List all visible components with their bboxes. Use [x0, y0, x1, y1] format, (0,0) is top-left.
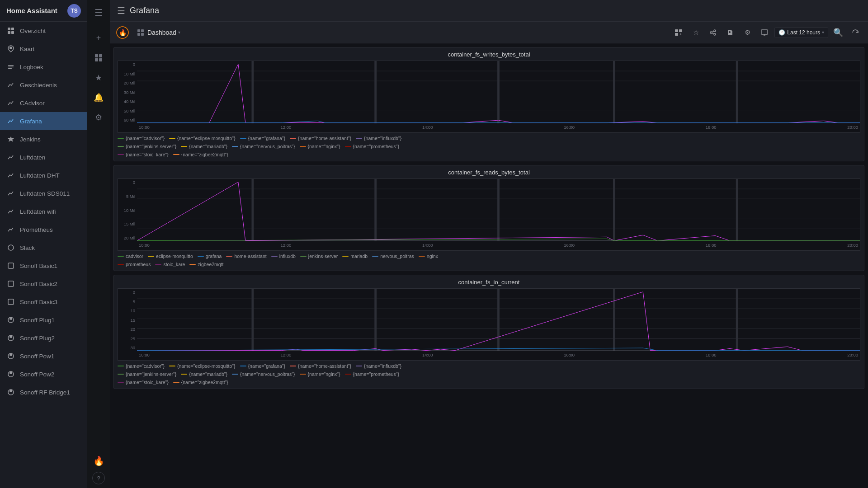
add-panel-btn[interactable]: + [671, 26, 686, 39]
y-axis-label: 50 Mil [119, 108, 135, 113]
nav-label-overzicht: Overzicht [20, 28, 46, 34]
legend-item: influxdb [271, 253, 296, 259]
nav-label-luftdaten-sds011: Luftdaten SDS011 [20, 190, 70, 197]
save-btn[interactable] [723, 26, 737, 39]
legend-label: influxdb [279, 253, 296, 259]
share-btn[interactable] [706, 26, 720, 39]
sidebar-item-sonoff-rf-bridge1[interactable]: Sonoff RF Bridge1 [0, 383, 87, 401]
x-axis-label: 16:00 [564, 352, 575, 360]
legend-color [181, 146, 187, 147]
svg-point-9 [8, 245, 14, 250]
legend-color [155, 264, 161, 265]
chart-area-chart3: 302520151050 [118, 288, 860, 361]
nav-icon-prometheus [6, 225, 15, 234]
legend-color [290, 138, 296, 139]
sidebar-item-sonoff-pow1[interactable]: Sonoff Pow1 [0, 347, 87, 365]
sidebar-item-sonoff-pow2[interactable]: Sonoff Pow2 [0, 365, 87, 383]
grafana-toolbar: 🔥 Dashboad ▾ + ☆ [110, 22, 868, 43]
help-icon[interactable]: ? [92, 472, 105, 484]
sidebar-item-slack[interactable]: Slack [0, 239, 87, 257]
sidebar-item-luftdaten-dht[interactable]: Luftdaten DHT [0, 166, 87, 184]
legend-color [118, 366, 124, 366]
zoom-out-btn[interactable]: 🔍 [831, 26, 845, 39]
legend-color [240, 138, 246, 139]
nav-icon-sonoff-rf-bridge1 [6, 388, 15, 397]
settings-btn[interactable]: ⚙ [740, 26, 755, 39]
legend-color [271, 256, 278, 257]
svg-rect-20 [10, 354, 11, 356]
legend-color [169, 366, 175, 366]
star-btn[interactable]: ☆ [689, 26, 703, 39]
sidebar-item-geschiedenis[interactable]: Geschiedenis [0, 76, 87, 94]
svg-rect-18 [11, 336, 12, 338]
sidebar-item-sonoff-plug2[interactable]: Sonoff Plug2 [0, 329, 87, 347]
topbar-hamburger[interactable]: ☰ [117, 5, 125, 16]
legend-item: jenkins-server [300, 253, 338, 259]
sidebar-item-prometheus[interactable]: Prometheus [0, 221, 87, 239]
sidebar-item-grafana[interactable]: Grafana [0, 112, 87, 130]
sidebar-item-sonoff-basic1[interactable]: Sonoff Basic1 [0, 257, 87, 275]
svg-rect-3 [11, 31, 14, 34]
y-axis-label: 60 Mil [119, 117, 135, 122]
legend-item: {name="prometheus"} [345, 144, 399, 149]
legend-item: {name="prometheus"} [345, 371, 399, 377]
legend-row3-chart1: {name="stoic_kare"}{name="zigbee2mqtt"} [118, 152, 860, 157]
legend-label: {name="eclipse-mosquitto"} [177, 136, 236, 141]
y-axis-chart2: 20 Mil15 Mil10 Mil5 Mil0 [118, 179, 137, 241]
legend-label: {name="home-assistant"} [298, 136, 351, 141]
svg-point-4 [9, 47, 12, 49]
legend-color [232, 146, 238, 147]
legend-label: {name="mariadb"} [189, 144, 227, 149]
sidebar-item-cadvisor[interactable]: CAdvisor [0, 94, 87, 112]
sidebar-item-luftdaten-sds011[interactable]: Luftdaten SDS011 [0, 184, 87, 202]
chart-title: container_fs_io_current [118, 279, 860, 286]
dashboard-title-btn[interactable]: Dashboad ▾ [137, 29, 180, 36]
legend-color [118, 264, 124, 265]
nav-icon-geschiedenis [6, 80, 15, 89]
sidebar-item-logboek[interactable]: Logboek [0, 58, 87, 76]
legend-label: {name="home-assistant"} [298, 363, 351, 369]
refresh-btn[interactable] [848, 26, 863, 39]
nav-label-sonoff-plug2: Sonoff Plug2 [20, 335, 55, 342]
nav-label-luftdaten-wifi: Luftdaten wifi [20, 208, 56, 215]
nav-label-slack: Slack [20, 244, 35, 251]
svg-marker-8 [8, 136, 14, 142]
legend-label: {name="prometheus"} [353, 371, 399, 377]
nav-icon-jenkins [6, 135, 15, 144]
hamburger-icon[interactable]: ☰ [90, 4, 108, 22]
sidebar-item-luftdaten[interactable]: Luftdaten [0, 148, 87, 166]
notifications-icon[interactable]: 🔔 [90, 89, 108, 107]
x-axis-label: 20:00 [847, 125, 858, 132]
legend-label: nginx [427, 253, 438, 259]
sidebar-item-luftdaten-wifi[interactable]: Luftdaten wifi [0, 202, 87, 221]
starred-icon[interactable]: ★ [90, 69, 108, 87]
legend-item: {name="eclipse-mosquitto"} [169, 136, 236, 141]
sidebar-item-sonoff-basic3[interactable]: Sonoff Basic3 [0, 293, 87, 311]
sidebar-item-overzicht[interactable]: Overzicht [0, 22, 87, 40]
chart-svg-chart2 [137, 179, 860, 241]
chart-panel-chart1: container_fs_writes_bytes_total 60 Mil50… [113, 47, 864, 161]
sidebar-item-sonoff-plug1[interactable]: Sonoff Plug1 [0, 311, 87, 329]
legend-label: {name="mariadb"} [189, 371, 227, 377]
sidebar-item-kaart[interactable]: Kaart [0, 40, 87, 58]
dashboard-icon[interactable] [90, 49, 108, 67]
legend-label: {name="nginx"} [308, 144, 340, 149]
sidebar-item-sonoff-basic2[interactable]: Sonoff Basic2 [0, 275, 87, 293]
legend-label: zigbee2mqtt [198, 262, 223, 267]
nav-label-grafana: Grafana [20, 118, 42, 125]
time-range-picker[interactable]: 🕐 Last 12 hours ▾ [774, 27, 828, 38]
add-icon[interactable]: + [90, 29, 108, 47]
nav-icon-cadvisor [6, 99, 15, 108]
avatar[interactable]: TS [67, 4, 81, 18]
chart-inner-chart3 [137, 289, 860, 351]
legend-item: {name="grafana"} [240, 363, 285, 369]
monitor-btn[interactable] [757, 26, 772, 39]
settings-icon[interactable]: ⚙ [90, 108, 108, 127]
grafana-fire-icon[interactable]: 🔥 [90, 452, 108, 470]
x-axis-chart3: 10:0012:0014:0016:0018:0020:00 [137, 351, 860, 360]
legend-label: {name="zigbee2mqtt"} [181, 380, 228, 385]
nav-label-luftdaten: Luftdaten [20, 154, 45, 161]
legend-color [118, 154, 124, 155]
sidebar-item-jenkins[interactable]: Jenkins [0, 130, 87, 148]
legend-item: {name="stoic_kare"} [118, 380, 169, 385]
